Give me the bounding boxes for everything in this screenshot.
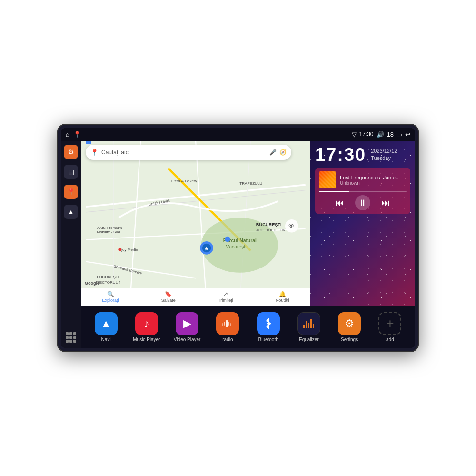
app-settings[interactable]: ⚙ Settings	[333, 312, 366, 342]
send-label: Trimiteți	[218, 298, 233, 303]
sidebar-btn-nav[interactable]: ▲	[64, 205, 78, 219]
svg-rect-37	[230, 323, 231, 326]
sidebar-bottom	[64, 330, 78, 345]
add-label: add	[386, 337, 394, 342]
sidebar-btn-maps[interactable]: 📍	[64, 185, 78, 199]
map-nav-news[interactable]: 🔔 Noutăți	[276, 291, 289, 303]
explore-label: Explorați	[102, 298, 119, 303]
google-maps-icon: 📍	[90, 149, 99, 156]
prev-button[interactable]: ⏮	[332, 195, 347, 210]
music-album-art	[319, 171, 336, 188]
volume-icon: 🔊	[377, 131, 384, 138]
music-progress-bar[interactable]	[319, 191, 407, 192]
stars-background	[310, 141, 415, 306]
map-nav-send[interactable]: ↗ Trimiteți	[218, 291, 233, 303]
clock-day-text: Tuesday	[371, 155, 397, 162]
device-frame: ⌂ 📍 ▽ 17:30 🔊 18 ▭ ↩ ⚙ ▤	[57, 124, 419, 352]
svg-point-25	[118, 248, 121, 251]
app-bluetooth[interactable]: Bluetooth	[252, 312, 285, 342]
music-text: Lost Frequencies_Janie... Unknown	[340, 175, 407, 186]
svg-text:TRAPEZULUI: TRAPEZULUI	[239, 181, 263, 186]
radio-waves-icon	[221, 317, 234, 330]
map-bottom-nav: 🔍 Explorați 🔖 Salvate ↗ Trimiteți	[81, 288, 310, 306]
svg-text:★: ★	[204, 246, 209, 251]
music-section: Lost Frequencies_Janie... Unknown ⏮ ⏸ ⏭	[315, 168, 410, 214]
navi-label: Navi	[101, 337, 111, 342]
explore-icon: 🔍	[107, 291, 114, 298]
sidebar-btn-files[interactable]: ▤	[64, 165, 78, 179]
compass-icon[interactable]: 🧭	[279, 149, 287, 156]
wifi-icon: ▽	[352, 131, 357, 138]
back-icon[interactable]: ↩	[405, 131, 410, 138]
svg-point-13	[225, 237, 230, 242]
status-right: ▽ 17:30 🔊 18 ▭ ↩	[352, 131, 411, 138]
app-navi[interactable]: ▲ Navi	[90, 312, 122, 342]
device-screen: ⌂ 📍 ▽ 17:30 🔊 18 ▭ ↩ ⚙ ▤	[61, 128, 415, 348]
files-icon: ▤	[68, 168, 74, 176]
apps-bar: ▲ Navi ♪ Music Player ▶ V	[81, 306, 415, 348]
app-music[interactable]: ♪ Music Player	[130, 312, 163, 342]
settings-icon-bg: ⚙	[338, 312, 361, 335]
home-icon[interactable]: ⌂	[66, 131, 69, 138]
clock-date-text: 2023/12/12	[371, 148, 397, 155]
svg-rect-33	[226, 320, 228, 327]
saved-label: Salvate	[161, 298, 176, 303]
music-thumbnail	[319, 171, 336, 188]
add-icon-bg: +	[378, 312, 401, 335]
navi-icon-bg: ▲	[95, 312, 118, 335]
map-area[interactable]: 📍 Căutați aici 🎤 🧭	[81, 141, 310, 306]
news-label: Noutăți	[276, 298, 289, 303]
battery-icon: ▭	[397, 131, 402, 138]
music-title: Lost Frequencies_Janie...	[340, 175, 407, 180]
app-video[interactable]: ▶ Video Player	[171, 312, 203, 342]
svg-text:Pizza & Bakery: Pizza & Bakery	[171, 179, 198, 183]
app-add[interactable]: + add	[374, 312, 406, 342]
bluetooth-label: Bluetooth	[258, 337, 278, 342]
clock-section: 17:30 2023/12/12 Tuesday	[315, 146, 410, 164]
svg-text:BUCUREȘTI: BUCUREȘTI	[97, 275, 119, 279]
sidebar: ⚙ ▤ 📍 ▲	[61, 141, 81, 348]
settings-icon: ⚙	[68, 148, 74, 156]
map-nav-saved[interactable]: 🔖 Salvate	[161, 291, 176, 303]
svg-rect-34	[224, 322, 225, 326]
bluetooth-icon	[262, 317, 275, 330]
svg-rect-36	[222, 323, 223, 326]
settings-gear-icon: ⚙	[345, 317, 354, 330]
music-info: Lost Frequencies_Janie... Unknown	[319, 171, 407, 188]
svg-text:AXIS Premium: AXIS Premium	[97, 226, 122, 230]
svg-text:👁: 👁	[288, 223, 295, 229]
status-time: 17:30	[359, 131, 374, 138]
grid-button[interactable]	[64, 330, 78, 345]
clock-date: 2023/12/12 Tuesday	[371, 146, 397, 162]
equalizer-icon-bg	[298, 312, 320, 335]
sidebar-btn-settings[interactable]: ⚙	[64, 145, 78, 159]
app-radio[interactable]: radio	[211, 312, 244, 342]
map-search-bar[interactable]: 📍 Căutați aici 🎤 🧭	[86, 145, 291, 160]
grid-icon	[66, 332, 76, 343]
video-play-icon: ▶	[183, 317, 191, 330]
nav-icon: ▲	[68, 208, 74, 216]
map-canvas: Parcul Natural Văcărești AXIS Premium Mo…	[81, 141, 310, 306]
map-icon[interactable]: 📍	[73, 131, 81, 138]
map-pin-icon: 📍	[67, 188, 75, 196]
battery-level: 18	[387, 131, 394, 138]
svg-text:joy Merlin: joy Merlin	[121, 248, 138, 252]
radio-label: radio	[222, 337, 233, 342]
svg-text:JUDEȚUL ILFOV: JUDEȚUL ILFOV	[256, 228, 286, 232]
music-artist: Unknown	[340, 180, 407, 186]
top-section: 📍 Căutați aici 🎤 🧭	[81, 141, 415, 306]
svg-rect-14	[86, 141, 91, 144]
next-button[interactable]: ⏭	[378, 195, 393, 210]
google-logo: Google	[85, 281, 99, 286]
status-left: ⌂ 📍	[66, 131, 81, 138]
svg-text:Mobility - Sud: Mobility - Sud	[97, 230, 120, 234]
mic-icon[interactable]: 🎤	[269, 149, 277, 156]
video-icon-bg: ▶	[176, 312, 198, 335]
map-nav-explore[interactable]: 🔍 Explorați	[102, 291, 119, 303]
app-equalizer[interactable]: Equalizer	[293, 312, 325, 342]
saved-icon: 🔖	[165, 291, 172, 298]
radio-icon-bg	[216, 312, 239, 335]
music-progress-fill	[319, 191, 349, 192]
svg-rect-35	[228, 322, 229, 326]
pause-button[interactable]: ⏸	[355, 195, 370, 210]
